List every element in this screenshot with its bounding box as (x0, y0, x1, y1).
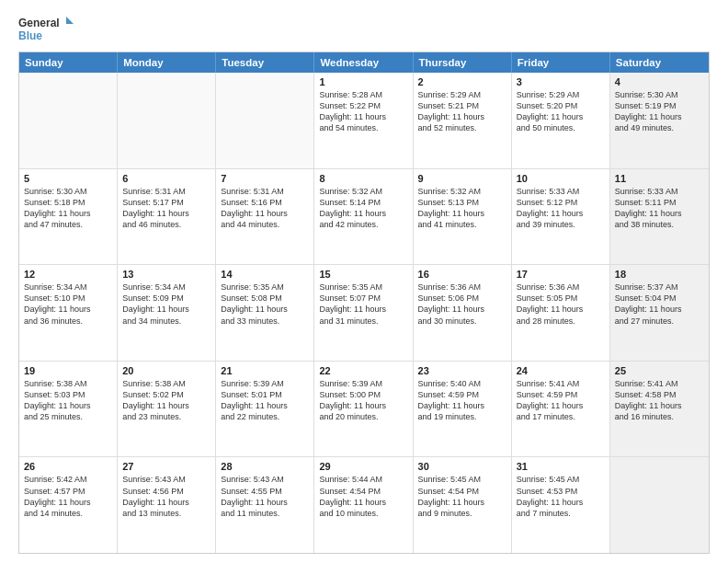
cal-cell-12: 12Sunrise: 5:34 AMSunset: 5:10 PMDayligh… (19, 265, 118, 361)
cal-cell-21: 21Sunrise: 5:39 AMSunset: 5:01 PMDayligh… (216, 362, 314, 457)
day-number: 2 (418, 76, 506, 87)
week-row-4: 19Sunrise: 5:38 AMSunset: 5:03 PMDayligh… (19, 361, 709, 457)
cell-info: Sunrise: 5:34 AMSunset: 5:10 PMDaylight:… (24, 282, 112, 327)
cal-cell-4: 4Sunrise: 5:30 AMSunset: 5:19 PMDaylight… (610, 73, 709, 168)
day-header-monday: Monday (118, 52, 216, 73)
cell-info: Sunrise: 5:28 AMSunset: 5:22 PMDaylight:… (319, 89, 407, 134)
cell-info: Sunrise: 5:38 AMSunset: 5:03 PMDaylight:… (24, 378, 112, 423)
cal-cell-20: 20Sunrise: 5:38 AMSunset: 5:02 PMDayligh… (118, 362, 216, 457)
week-row-3: 12Sunrise: 5:34 AMSunset: 5:10 PMDayligh… (19, 264, 709, 361)
calendar-body: 1Sunrise: 5:28 AMSunset: 5:22 PMDaylight… (19, 73, 709, 553)
day-number: 12 (24, 269, 112, 280)
page-header: General Blue (18, 15, 710, 42)
cal-cell-14: 14Sunrise: 5:35 AMSunset: 5:08 PMDayligh… (216, 265, 314, 361)
day-number: 1 (319, 76, 407, 87)
cal-cell-9: 9Sunrise: 5:32 AMSunset: 5:13 PMDaylight… (414, 169, 512, 265)
day-number: 27 (122, 461, 210, 472)
day-number: 20 (122, 365, 210, 376)
day-number: 14 (221, 269, 309, 280)
cal-cell-6: 6Sunrise: 5:31 AMSunset: 5:17 PMDaylight… (118, 169, 216, 265)
cal-cell-2: 2Sunrise: 5:29 AMSunset: 5:21 PMDaylight… (414, 73, 512, 168)
day-number: 9 (418, 173, 506, 184)
cell-info: Sunrise: 5:44 AMSunset: 4:54 PMDaylight:… (319, 474, 407, 519)
cell-info: Sunrise: 5:40 AMSunset: 4:59 PMDaylight:… (418, 378, 506, 423)
cell-info: Sunrise: 5:30 AMSunset: 5:18 PMDaylight:… (24, 186, 112, 231)
cal-cell-11: 11Sunrise: 5:33 AMSunset: 5:11 PMDayligh… (610, 169, 709, 265)
cal-cell-empty-0-0 (19, 73, 118, 168)
cal-cell-17: 17Sunrise: 5:36 AMSunset: 5:05 PMDayligh… (512, 265, 610, 361)
cal-cell-empty-0-1 (118, 73, 216, 168)
day-number: 24 (517, 365, 605, 376)
cell-info: Sunrise: 5:29 AMSunset: 5:21 PMDaylight:… (418, 89, 506, 134)
cell-info: Sunrise: 5:43 AMSunset: 4:55 PMDaylight:… (221, 474, 309, 519)
day-number: 23 (418, 365, 506, 376)
day-number: 13 (122, 269, 210, 280)
cal-cell-29: 29Sunrise: 5:44 AMSunset: 4:54 PMDayligh… (314, 457, 413, 553)
day-header-wednesday: Wednesday (314, 52, 413, 73)
week-row-5: 26Sunrise: 5:42 AMSunset: 4:57 PMDayligh… (19, 456, 709, 553)
day-number: 29 (319, 461, 407, 472)
logo-icon: General Blue (18, 15, 74, 42)
cell-info: Sunrise: 5:42 AMSunset: 4:57 PMDaylight:… (24, 474, 112, 519)
cell-info: Sunrise: 5:39 AMSunset: 5:01 PMDaylight:… (221, 378, 309, 423)
day-header-sunday: Sunday (19, 52, 118, 73)
cell-info: Sunrise: 5:38 AMSunset: 5:02 PMDaylight:… (122, 378, 210, 423)
cal-cell-27: 27Sunrise: 5:43 AMSunset: 4:56 PMDayligh… (118, 457, 216, 553)
cell-info: Sunrise: 5:36 AMSunset: 5:05 PMDaylight:… (517, 282, 605, 327)
day-number: 26 (24, 461, 112, 472)
cal-cell-24: 24Sunrise: 5:41 AMSunset: 4:59 PMDayligh… (512, 362, 610, 457)
week-row-1: 1Sunrise: 5:28 AMSunset: 5:22 PMDaylight… (19, 73, 709, 168)
cal-cell-5: 5Sunrise: 5:30 AMSunset: 5:18 PMDaylight… (19, 169, 118, 265)
calendar-header: SundayMondayTuesdayWednesdayThursdayFrid… (19, 52, 709, 73)
cell-info: Sunrise: 5:37 AMSunset: 5:04 PMDaylight:… (615, 282, 704, 327)
cal-cell-16: 16Sunrise: 5:36 AMSunset: 5:06 PMDayligh… (414, 265, 512, 361)
cal-cell-30: 30Sunrise: 5:45 AMSunset: 4:54 PMDayligh… (414, 457, 512, 553)
cell-info: Sunrise: 5:41 AMSunset: 4:58 PMDaylight:… (615, 378, 704, 423)
day-number: 21 (221, 365, 309, 376)
cal-cell-8: 8Sunrise: 5:32 AMSunset: 5:14 PMDaylight… (314, 169, 413, 265)
day-number: 4 (615, 76, 704, 87)
cal-cell-31: 31Sunrise: 5:45 AMSunset: 4:53 PMDayligh… (512, 457, 610, 553)
cell-info: Sunrise: 5:35 AMSunset: 5:08 PMDaylight:… (221, 282, 309, 327)
day-header-friday: Friday (512, 52, 610, 73)
cal-cell-25: 25Sunrise: 5:41 AMSunset: 4:58 PMDayligh… (610, 362, 709, 457)
day-number: 17 (517, 269, 605, 280)
svg-text:General: General (18, 17, 60, 29)
svg-text:Blue: Blue (18, 29, 42, 42)
day-number: 30 (418, 461, 506, 472)
cal-cell-7: 7Sunrise: 5:31 AMSunset: 5:16 PMDaylight… (216, 169, 314, 265)
cal-cell-13: 13Sunrise: 5:34 AMSunset: 5:09 PMDayligh… (118, 265, 216, 361)
cell-info: Sunrise: 5:34 AMSunset: 5:09 PMDaylight:… (122, 282, 210, 327)
day-number: 22 (319, 365, 407, 376)
day-number: 8 (319, 173, 407, 184)
cal-cell-28: 28Sunrise: 5:43 AMSunset: 4:55 PMDayligh… (216, 457, 314, 553)
cell-info: Sunrise: 5:33 AMSunset: 5:11 PMDaylight:… (615, 186, 704, 231)
week-row-2: 5Sunrise: 5:30 AMSunset: 5:18 PMDaylight… (19, 168, 709, 265)
day-header-tuesday: Tuesday (216, 52, 314, 73)
logo: General Blue (18, 15, 74, 42)
cal-cell-18: 18Sunrise: 5:37 AMSunset: 5:04 PMDayligh… (610, 265, 709, 361)
day-number: 31 (517, 461, 605, 472)
svg-marker-2 (66, 17, 74, 24)
cal-cell-22: 22Sunrise: 5:39 AMSunset: 5:00 PMDayligh… (314, 362, 413, 457)
cal-cell-10: 10Sunrise: 5:33 AMSunset: 5:12 PMDayligh… (512, 169, 610, 265)
cal-cell-19: 19Sunrise: 5:38 AMSunset: 5:03 PMDayligh… (19, 362, 118, 457)
cell-info: Sunrise: 5:35 AMSunset: 5:07 PMDaylight:… (319, 282, 407, 327)
day-header-thursday: Thursday (414, 52, 512, 73)
cal-cell-1: 1Sunrise: 5:28 AMSunset: 5:22 PMDaylight… (314, 73, 413, 168)
day-number: 25 (615, 365, 704, 376)
day-number: 16 (418, 269, 506, 280)
day-number: 3 (517, 76, 605, 87)
cell-info: Sunrise: 5:43 AMSunset: 4:56 PMDaylight:… (122, 474, 210, 519)
cal-cell-3: 3Sunrise: 5:29 AMSunset: 5:20 PMDaylight… (512, 73, 610, 168)
day-number: 18 (615, 269, 704, 280)
day-number: 10 (517, 173, 605, 184)
day-number: 15 (319, 269, 407, 280)
cal-cell-empty-4-6 (610, 457, 709, 553)
day-number: 11 (615, 173, 704, 184)
cell-info: Sunrise: 5:29 AMSunset: 5:20 PMDaylight:… (517, 89, 605, 134)
cell-info: Sunrise: 5:31 AMSunset: 5:16 PMDaylight:… (221, 186, 309, 231)
cell-info: Sunrise: 5:32 AMSunset: 5:14 PMDaylight:… (319, 186, 407, 231)
cal-cell-26: 26Sunrise: 5:42 AMSunset: 4:57 PMDayligh… (19, 457, 118, 553)
cal-cell-empty-0-2 (216, 73, 314, 168)
